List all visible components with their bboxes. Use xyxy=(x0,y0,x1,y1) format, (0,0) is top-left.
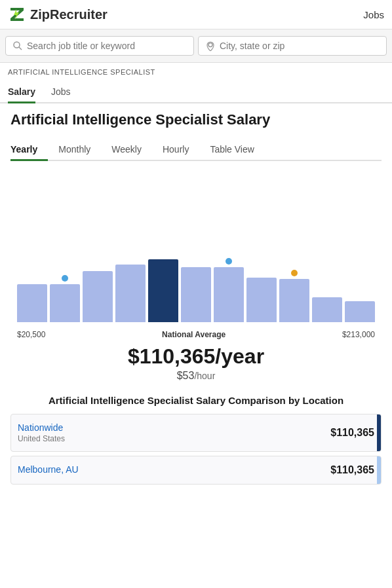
salary-hourly-amount: $53 xyxy=(177,370,195,381)
bar xyxy=(115,265,146,322)
sub-nav-jobs[interactable]: Jobs xyxy=(51,81,71,102)
svg-line-4 xyxy=(19,47,22,50)
bar xyxy=(83,271,113,322)
bar-dot xyxy=(225,258,232,265)
svg-point-3 xyxy=(14,42,20,48)
chart-bar-4 xyxy=(148,259,178,322)
comparison-location-name: Nationwide xyxy=(18,422,65,433)
page-title: Artificial Intelligence Specialist Salar… xyxy=(10,111,382,128)
chart-labels: $20,500 National Average $213,000 xyxy=(10,327,382,339)
bar xyxy=(214,267,244,322)
comparison-bar-indicator xyxy=(377,456,381,484)
comparison-amount: $110,365 xyxy=(330,464,374,476)
job-search-wrap xyxy=(5,36,194,56)
svg-point-5 xyxy=(208,43,212,47)
bar-dot xyxy=(291,270,298,276)
logo-area: ZipRecruiter xyxy=(8,5,108,24)
tab-monthly[interactable]: Monthly xyxy=(48,139,101,160)
bar xyxy=(345,301,375,322)
ziprecruiter-logo-icon xyxy=(8,5,26,24)
salary-chart xyxy=(10,172,382,322)
chart-bar-10 xyxy=(345,301,375,322)
sub-nav-salary[interactable]: Salary xyxy=(8,81,35,102)
search-bar xyxy=(0,29,392,63)
job-search-input[interactable] xyxy=(27,41,187,51)
tab-hourly[interactable]: Hourly xyxy=(152,139,199,160)
bar xyxy=(50,284,80,322)
bar xyxy=(181,267,211,322)
bar xyxy=(246,278,277,322)
salary-amount: $110,365 xyxy=(128,344,215,368)
salary-display: $110,365/year $53/hour xyxy=(10,344,382,382)
comparison-bar-indicator xyxy=(377,414,381,451)
sub-nav: Salary Jobs xyxy=(0,81,392,103)
tab-yearly[interactable]: Yearly xyxy=(10,139,48,160)
salary-per-year: /year xyxy=(215,344,264,368)
chart-bar-6 xyxy=(214,267,244,322)
chart-label-center: National Average xyxy=(162,330,225,339)
salary-yearly: $110,365/year xyxy=(10,344,382,369)
jobs-nav-link[interactable]: Jobs xyxy=(363,9,384,20)
location-search-input[interactable] xyxy=(220,41,380,51)
salary-hourly: $53/hour xyxy=(10,370,382,382)
comparison-section: Artificial Intelligence Specialist Salar… xyxy=(10,395,382,485)
tab-table-view[interactable]: Table View xyxy=(199,139,264,160)
comparison-row-left: Melbourne, AU xyxy=(18,464,79,476)
chart-bar-1 xyxy=(50,284,80,322)
bar xyxy=(279,279,309,322)
comparison-location-name: Melbourne, AU xyxy=(18,464,79,475)
comparison-row-melbourne[interactable]: Melbourne, AU $110,365 xyxy=(10,456,382,485)
salary-per-hour: /hour xyxy=(194,371,215,381)
tab-weekly[interactable]: Weekly xyxy=(101,139,152,160)
chart-bar-5 xyxy=(181,267,211,322)
location-icon xyxy=(205,41,216,51)
chart-label-max: $213,000 xyxy=(342,330,375,339)
main-content: Artificial Intelligence Specialist Salar… xyxy=(0,103,392,496)
chart-bar-0 xyxy=(17,284,47,322)
bar-dot xyxy=(62,275,68,282)
comparison-location-sub: United States xyxy=(18,434,65,443)
comparison-title: Artificial Intelligence Specialist Salar… xyxy=(10,395,382,406)
salary-tabs: Yearly Monthly Weekly Hourly Table View xyxy=(10,139,382,161)
chart-bar-7 xyxy=(246,278,277,322)
chart-label-min: $20,500 xyxy=(17,330,45,339)
chart-bar-3 xyxy=(115,265,146,322)
comparison-amount: $110,365 xyxy=(330,427,374,439)
location-search-wrap xyxy=(198,36,387,56)
chart-bar-8 xyxy=(279,279,309,322)
header: ZipRecruiter Jobs xyxy=(0,0,392,29)
active-bar xyxy=(148,259,178,322)
search-icon xyxy=(12,41,23,51)
logo-text: ZipRecruiter xyxy=(30,7,108,22)
chart-bar-2 xyxy=(83,271,113,322)
comparison-row-nationwide[interactable]: Nationwide United States $110,365 xyxy=(10,414,382,452)
bar xyxy=(17,284,47,322)
bar xyxy=(312,297,342,322)
comparison-row-left: Nationwide United States xyxy=(18,422,65,443)
breadcrumb: ARTIFICIAL INTELLIGENCE SPECIALIST xyxy=(0,63,392,81)
chart-bar-9 xyxy=(312,297,342,322)
